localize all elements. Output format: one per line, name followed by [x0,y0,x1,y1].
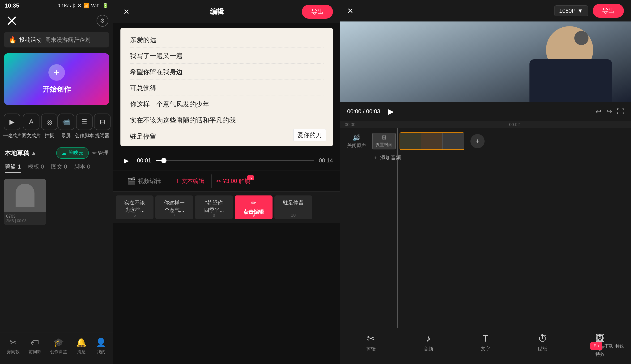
quality-value: 1080P [559,8,575,14]
timeline-ruler: 00:00 00:02 [340,121,631,128]
nav-notice-label: 消息 [77,349,86,354]
sticker-icon: 🏷 [31,338,39,348]
activity-label: 投稿活动 [19,36,42,44]
cloud-save-button[interactable]: ☁ 剪映云 [57,147,89,159]
tab-clip[interactable]: 剪辑 1 [5,163,21,172]
right-player: 00:00 / 00:03 ▶ ↩ ↪ ⛶ [340,102,631,121]
progress-dot[interactable] [161,158,167,163]
drafts-title: 本地草稿 ▲ [5,149,36,157]
tool-img-text[interactable]: A 图文成片 [22,114,41,139]
right-panel: ✕ 1080P ▼ 导出 00:00 / 00:03 ▶ ↩ ↪ ⛶ [340,0,631,364]
watermark-text: Ea [594,344,599,348]
nav-learn-label: 创作课堂 [50,349,67,354]
undo-icon[interactable]: ↩ [595,108,601,116]
nav-sticker[interactable]: 🏷 前同款 [29,338,41,354]
img-text-label: 图文成片 [22,132,41,139]
center-export-button[interactable]: 导出 [302,5,333,19]
status-time: 10:35 [5,2,19,9]
center-header: ✕ 编辑 导出 [113,0,340,23]
subtitle-strip: 实在不该为这些... 6 你这样一个意气... 7 "希望你四季平... 8 ✏… [113,192,340,223]
fullscreen-icon[interactable]: ⛶ [617,108,624,116]
subtitle-item-9-edit[interactable]: ✏ 点击编辑 9 [235,196,273,219]
play-button[interactable]: ▶ [121,154,132,166]
subtitle-text-8: "希望你四季平... [197,199,231,214]
video-track: 🔊 关闭原声 🖼 设置封面 + [340,130,631,152]
tabs-row: 剪辑 1 模板 0 图文 0 脚本 0 [0,160,113,175]
text-tool-icon: T [483,333,488,344]
progress-bar[interactable] [156,160,314,161]
ruler-mark-2: 00:02 [509,122,520,127]
drafts-header: 本地草稿 ▲ ☁ 剪映云 ✏ 管理 [0,144,113,160]
battery-icon: 🔋 [103,3,108,8]
subtitle-text-7: 你这样一个意气... [158,199,191,214]
quality-selector[interactable]: 1080P ▼ [554,6,588,16]
rtool-cut[interactable]: ✂ 剪辑 [366,333,376,357]
script-icon: ☰ [76,114,93,130]
tool-script[interactable]: ☰ 创作脚本 [75,114,94,139]
film-icon: 🎬 [128,177,136,185]
add-clip-button[interactable]: + [470,134,485,148]
center-panel: ✕ 编辑 导出 亲爱的远 我写了一遍又一遍 希望你留在我身边 可总觉得 你这样一… [113,0,340,364]
right-play-button[interactable]: ▶ [385,106,397,117]
redo-icon[interactable]: ↪ [606,108,612,116]
lyrics-preview: 亲爱的远 我写了一遍又一遍 希望你留在我身边 可总觉得 你这样一个意气风发的少年… [121,28,333,146]
tool-auto-clip[interactable]: ▶ 一键成片 [3,114,22,139]
settings-button[interactable]: ⚙ [97,15,108,27]
rtool-audio[interactable]: ♪ 音频 [424,333,433,357]
right-close-button[interactable]: ✕ [347,6,354,15]
tool-screen[interactable]: 📹 录屏 [58,114,74,139]
lyrics-line-5: 你这样一个意气风发的少年 [130,100,324,112]
video-edit-button[interactable]: 🎬 视频编辑 [121,174,168,188]
tab-script[interactable]: 脚本 0 [74,163,90,172]
center-title: 编辑 [210,7,224,16]
top-bar: ⚙ [0,11,113,30]
draft-more-button[interactable]: ⋯ [39,181,45,187]
activity-banner[interactable]: 🔥 投稿活动 周末漫游露营企划 [4,32,109,48]
tab-template[interactable]: 模板 0 [28,163,44,172]
subtitle-num-9: 9 [235,213,273,218]
rtool-text[interactable]: T 文字 [481,333,490,357]
audio-track: ＋ 添加音频 [340,152,631,164]
ear-shape [574,31,588,45]
tool-camera[interactable]: ◎ 拍摄 [41,114,58,139]
chevron-down-icon: ▼ [577,8,583,14]
timeline-area: 🔊 关闭原声 🖼 设置封面 + ＋ 添加音频 [340,128,631,328]
video-person [340,22,631,102]
export-button[interactable]: 导出 [593,4,624,18]
fire-icon: 🔥 [9,36,17,44]
nav-cut[interactable]: ✂ 剪同款 [7,338,20,354]
community-label: 特效 [615,343,624,349]
draft-item[interactable]: 0703 2MB | 00:03 ⋯ [4,179,46,225]
rtool-sticker[interactable]: ⏱ 贴纸 [538,333,547,357]
cover-clip[interactable]: 🖼 设置封面 [372,133,396,150]
nav-profile[interactable]: 👤 我的 [96,338,106,354]
script-label: 创作脚本 [75,132,94,139]
nav-learn[interactable]: 🎓 创作课堂 [50,338,67,354]
clip-1[interactable] [400,133,421,150]
subtitle-item-10[interactable]: 驻足停留 10 [274,196,312,219]
lyrics-signature: 爱你的刀 [293,129,326,142]
manage-button[interactable]: ✏ 管理 [92,147,108,159]
watermark-area: Ea 下载 特效 [590,342,624,350]
text-edit-button[interactable]: T 文本编辑 [168,174,212,188]
draft-info: 0703 2MB | 00:03 [4,212,46,225]
subtitle-item-8[interactable]: "希望你四季平... 8 [195,196,233,219]
tab-imgtext[interactable]: 图文 0 [51,163,67,172]
watermark-badge: Ea [590,342,602,350]
clip-3[interactable] [442,133,464,150]
create-button[interactable]: + 开始创作 [4,53,109,105]
cover-icon: 🖼 [381,135,387,141]
nav-notice[interactable]: 🔔 消息 [76,338,87,354]
unlock-button[interactable]: ✂ ¥3.00 解锁 try [212,174,255,188]
tool-prompter[interactable]: ⊟ 提词器 [94,114,111,139]
bluetooth-icon: ᛒ [73,3,76,8]
mute-button[interactable]: 🔊 关闭原声 [345,134,368,149]
subtitle-num-7: 7 [155,213,193,218]
subtitle-item-7[interactable]: 你这样一个意气... 7 [155,196,193,219]
lyrics-line-4: 可总觉得 [130,84,324,96]
center-close-button[interactable]: ✕ [121,6,132,18]
body-shape [529,59,612,102]
audio-tool-label: 音频 [424,346,433,352]
clip-2[interactable] [421,133,442,150]
subtitle-item-6[interactable]: 实在不该为这些... 6 [116,196,154,219]
